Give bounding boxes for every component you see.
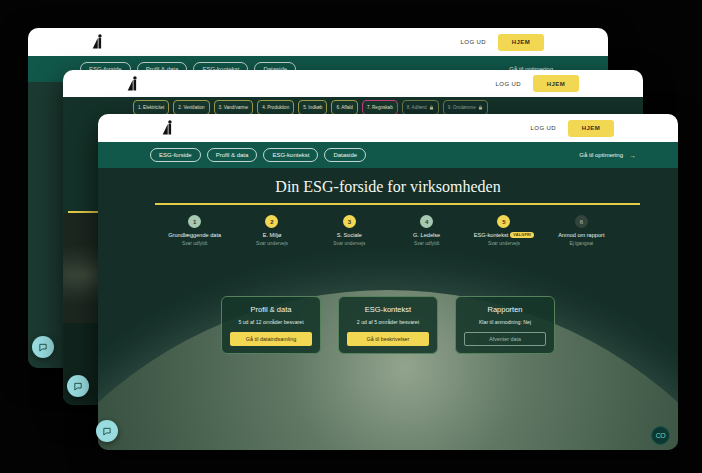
chat-bubble-icon xyxy=(38,342,48,353)
mid-topbar-actions: LOG UD HJEM xyxy=(496,75,621,92)
step-sociale[interactable]: 3 S. Sociale Svar undervejs xyxy=(311,215,388,246)
logout-button[interactable]: LOG UD xyxy=(496,81,521,87)
step-grundlaeggende-data[interactable]: 1 Grundlæggende data Svar udfyldt xyxy=(156,215,233,246)
step-label: ESG-kontekst xyxy=(474,232,509,238)
card-title: Profil & data xyxy=(251,305,292,314)
page-title: Din ESG-forside for virksomheden xyxy=(98,178,678,196)
step-status: Svar undervejs xyxy=(488,241,520,246)
tab-adfaerd[interactable]: 8. Adfærd xyxy=(402,100,439,115)
step-anmod-om-rapport[interactable]: 6 Anmod om rapport Ej igangsat xyxy=(543,215,620,246)
card-title: Rapporten xyxy=(487,305,522,314)
card-esg-kontekst: ESG-kontekst 2 ud af 5 områder besvaret … xyxy=(338,296,438,354)
front-topbar-actions: LOG UD HJEM xyxy=(531,120,656,137)
back-topbar: LOG UD HJEM xyxy=(28,28,608,56)
chat-button[interactable] xyxy=(32,336,54,358)
step-status: Svar undervejs xyxy=(256,241,288,246)
step-number: 3 xyxy=(343,215,356,228)
step-esg-kontekst[interactable]: 5 ESG-kontekst VALGFRI Svar undervejs xyxy=(465,215,542,246)
tab-label: 8. Adfærd xyxy=(407,105,427,110)
step-label: E. Miljø xyxy=(263,232,282,238)
step-label: S. Sociale xyxy=(337,232,362,238)
logout-button[interactable]: LOG UD xyxy=(531,125,556,131)
chat-button[interactable] xyxy=(96,420,118,442)
tab-indkob[interactable]: 5. Indkøb xyxy=(298,100,327,115)
tab-regnskab[interactable]: 7. Regnskab xyxy=(362,100,398,115)
step-label: Grundlæggende data xyxy=(168,232,221,238)
home-button[interactable]: HJEM xyxy=(498,34,544,51)
nav-item-esg-kontekst[interactable]: ESG-kontekst xyxy=(263,148,318,162)
card-subtitle: Klar til anmodning: Nej xyxy=(479,319,531,325)
tab-ventilation[interactable]: 2. Ventilation xyxy=(173,100,209,115)
go-to-descriptions-button[interactable]: Gå til beskrivelser xyxy=(347,332,429,346)
step-number: 5 xyxy=(497,215,510,228)
step-ledelse[interactable]: 4 G. Ledelse Svar udfyldt xyxy=(388,215,465,246)
step-status: Ej igangsat xyxy=(569,241,593,246)
go-to-optimization-link[interactable]: Gå til optimering → xyxy=(573,151,642,160)
tab-produktion[interactable]: 4. Produktion xyxy=(257,100,294,115)
step-status: Svar undervejs xyxy=(333,241,365,246)
summary-cards: Profil & data 5 ud af 12 områder besvare… xyxy=(98,296,678,354)
logout-button[interactable]: LOG UD xyxy=(461,39,486,45)
step-status: Svar udfyldt xyxy=(414,241,439,246)
step-status: Svar udfyldt xyxy=(182,241,207,246)
optimize-label: Gå til optimering xyxy=(579,152,623,158)
desktop-background: LOG UD HJEM ESG-forside Profil & data ES… xyxy=(0,0,702,473)
card-profil-data: Profil & data 5 ud af 12 områder besvare… xyxy=(221,296,321,354)
chat-button[interactable] xyxy=(67,375,89,397)
co-logo-badge[interactable]: CO xyxy=(651,426,670,445)
front-window-content: Din ESG-forside for virksomheden 1 Grund… xyxy=(98,168,678,450)
step-label: G. Ledelse xyxy=(413,232,440,238)
card-rapporten: Rapporten Klar til anmodning: Nej Afvent… xyxy=(455,296,555,354)
front-topbar: LOG UD HJEM xyxy=(98,114,678,142)
step-number: 4 xyxy=(420,215,433,228)
awaiting-data-button[interactable]: Afventer data xyxy=(464,332,546,346)
card-title: ESG-kontekst xyxy=(365,305,411,314)
step-number: 1 xyxy=(188,215,201,228)
nav-item-esg-forside[interactable]: ESG-forside xyxy=(150,148,201,162)
arrow-right-icon: → xyxy=(629,152,636,159)
esg-progress-stepper: 1 Grundlæggende data Svar udfyldt 2 E. M… xyxy=(98,215,678,246)
home-button[interactable]: HJEM xyxy=(568,120,614,137)
title-underline xyxy=(155,203,640,205)
tab-elektricitet[interactable]: 1. Elektricitet xyxy=(133,100,169,115)
app-logo-icon xyxy=(92,34,105,50)
mid-topbar: LOG UD HJEM xyxy=(63,70,643,97)
step-number: 2 xyxy=(265,215,278,228)
home-button[interactable]: HJEM xyxy=(533,75,579,92)
step-label: Anmod om rapport xyxy=(558,232,604,238)
tab-omdomme[interactable]: 9. Omdømme xyxy=(443,100,488,115)
step-number: 6 xyxy=(575,215,588,228)
app-logo-icon xyxy=(127,76,140,92)
lock-icon xyxy=(478,105,483,110)
front-navbar: ESG-forside Profil & data ESG-kontekst D… xyxy=(98,142,678,168)
nav-item-dataside[interactable]: Dataside xyxy=(324,148,366,162)
optional-badge: VALGFRI xyxy=(510,232,534,238)
tab-vand-varme[interactable]: 3. Vand/varme xyxy=(214,100,254,115)
tab-label: 9. Omdømme xyxy=(448,105,476,110)
step-miljo[interactable]: 2 E. Miljø Svar undervejs xyxy=(233,215,310,246)
lock-icon xyxy=(429,105,434,110)
back-topbar-actions: LOG UD HJEM xyxy=(461,34,586,51)
nav-item-profil-data[interactable]: Profil & data xyxy=(207,148,258,162)
window-front: LOG UD HJEM ESG-forside Profil & data ES… xyxy=(98,114,678,450)
card-subtitle: 2 ud af 5 områder besvaret xyxy=(357,319,419,325)
chat-bubble-icon xyxy=(73,381,83,392)
data-category-tabs: 1. Elektricitet 2. Ventilation 3. Vand/v… xyxy=(133,100,643,115)
app-logo-icon xyxy=(162,120,175,136)
go-to-data-collection-button[interactable]: Gå til dataindsamling xyxy=(230,332,312,346)
tab-affald[interactable]: 6. Affald xyxy=(331,100,358,115)
chat-bubble-icon xyxy=(102,426,112,437)
card-subtitle: 5 ud af 12 områder besvaret xyxy=(238,319,303,325)
